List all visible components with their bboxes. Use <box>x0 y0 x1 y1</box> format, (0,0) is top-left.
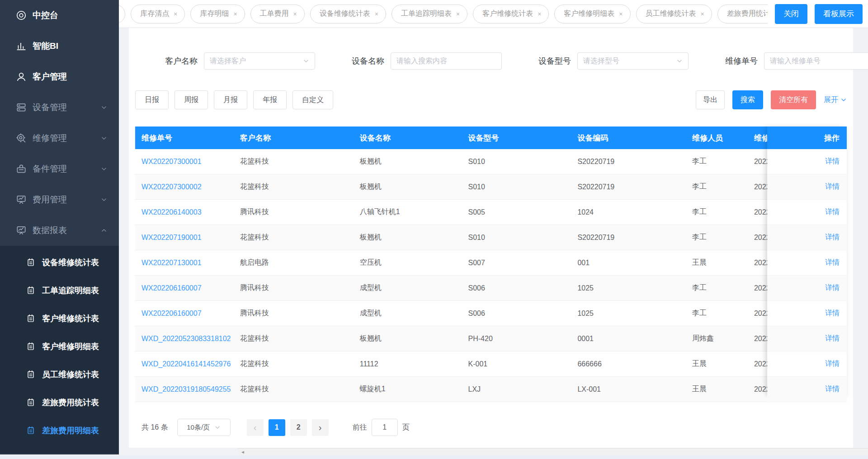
detail-link[interactable]: 详情 <box>825 334 840 343</box>
tab-close-icon[interactable]: × <box>375 10 378 18</box>
cell-order_no[interactable]: WX202207190001 <box>135 234 234 242</box>
clear-all-button[interactable]: 清空所有 <box>771 90 816 109</box>
sidebar-item-5[interactable]: 备件管理 <box>0 154 119 184</box>
cell-order_no[interactable]: WX202206140003 <box>135 208 234 216</box>
sidebar-item-label: 费用管理 <box>33 194 67 206</box>
sidebar-subitem-5[interactable]: 差旅费用统计表 <box>0 389 119 417</box>
cell-customer: 花篮科技 <box>234 334 354 343</box>
tab-label: 差旅费用统计表 <box>727 9 768 19</box>
tab-1[interactable]: 库存清点× <box>131 5 185 23</box>
report-period-button-1[interactable]: 周报 <box>175 90 208 109</box>
order-no-input[interactable] <box>770 57 868 65</box>
scroll-left-arrow-icon[interactable]: ◄ <box>241 450 245 454</box>
search-button[interactable]: 搜索 <box>732 90 763 109</box>
detail-link[interactable]: 详情 <box>825 283 840 293</box>
sidebar-subitem-4[interactable]: 员工维修统计表 <box>0 361 119 389</box>
chevron-up-icon <box>101 227 107 234</box>
detail-link[interactable]: 详情 <box>825 359 840 369</box>
export-button[interactable]: 导出 <box>696 90 725 109</box>
cell-order_no[interactable]: WX202206160007 <box>135 284 234 292</box>
page-size-select[interactable]: 10条/页 <box>177 419 231 436</box>
detail-link[interactable]: 详情 <box>825 157 840 166</box>
report-period-button-4[interactable]: 自定义 <box>292 90 333 109</box>
horizontal-scrollbar[interactable]: ◄ <box>238 448 868 455</box>
cell-device_code: S20220719 <box>571 158 686 166</box>
cell-device_model: S005 <box>462 208 571 216</box>
tab-close-icon[interactable]: × <box>701 10 704 18</box>
cell-device_code: 666666 <box>571 360 686 368</box>
tab-5[interactable]: 工单追踪明细表× <box>392 5 467 23</box>
cell-device_name: 板翘机 <box>354 182 462 192</box>
sidebar-item-2[interactable]: 客户管理 <box>0 61 119 92</box>
chevron-down-icon <box>101 166 107 172</box>
sidebar-subitem-3[interactable]: 客户维修明细表 <box>0 333 119 361</box>
tab-close-icon[interactable]: × <box>293 10 297 18</box>
tab-close-icon[interactable]: × <box>619 10 623 18</box>
detail-link[interactable]: 详情 <box>825 384 840 394</box>
tab-2[interactable]: 库存明细× <box>190 5 245 23</box>
tab-4[interactable]: 设备维修统计表× <box>310 5 386 23</box>
board-display-button[interactable]: 看板展示 <box>815 4 863 24</box>
page-button-2[interactable]: 2 <box>290 419 307 436</box>
next-page-button[interactable]: › <box>312 419 329 436</box>
sidebar-subitem-0[interactable]: 设备维修统计表 <box>0 248 119 276</box>
tab-bar: ×库存清点×库存明细×工单费用×设备维修统计表×工单追踪明细表×客户维修统计表×… <box>119 0 868 28</box>
tab-partial[interactable]: × <box>119 5 125 23</box>
sidebar-item-label: 中控台 <box>33 9 58 21</box>
tab-close-icon[interactable]: × <box>233 10 237 18</box>
sidebar-item-0[interactable]: 中控台 <box>0 0 119 31</box>
table-body: WX202207300001花篮科技板翘机S010S20220719李工2022… <box>135 149 847 402</box>
sidebar-subitem-6[interactable]: 差旅费用明细表 <box>0 417 119 445</box>
customer-select-placeholder: 请选择客户 <box>210 56 303 66</box>
tab-8[interactable]: 员工维修统计表× <box>636 5 712 23</box>
tab-close-icon[interactable]: × <box>538 10 541 18</box>
tab-label: 客户维修明细表 <box>564 9 614 19</box>
cell-order_no[interactable]: WX202206160007 <box>135 309 234 318</box>
cell-order_no[interactable]: WXD_20220319180549255 <box>135 385 234 393</box>
page-button-1[interactable]: 1 <box>269 419 285 436</box>
report-period-button-0[interactable]: 日报 <box>135 90 169 109</box>
cell-order_no[interactable]: WX202207300001 <box>135 158 234 166</box>
tab-3[interactable]: 工单费用× <box>250 5 305 23</box>
report-period-button-3[interactable]: 年报 <box>253 90 287 109</box>
detail-link[interactable]: 详情 <box>825 233 840 242</box>
tab-7[interactable]: 客户维修明细表× <box>554 5 630 23</box>
device-name-input[interactable] <box>396 57 496 65</box>
content-card: 客户名称 请选择客户 设备名称 设备型号 请选择型号 <box>129 28 853 448</box>
cell-device_model: S006 <box>462 309 571 318</box>
sidebar-item-7[interactable]: 数据报表 <box>0 215 119 246</box>
table-row: WX202207300001花篮科技板翘机S010S20220719李工2022… <box>135 149 847 174</box>
cell-order_no[interactable]: WXD_20220416141452976 <box>135 360 234 368</box>
filter-order-no: 维修单号 <box>719 52 868 70</box>
bi-icon <box>15 40 27 52</box>
detail-link[interactable]: 详情 <box>825 207 840 217</box>
goto-page-input[interactable] <box>372 419 398 436</box>
sidebar-menu: 中控台智能BI客户管理设备管理维修管理备件管理费用管理数据报表 <box>0 0 119 246</box>
table-row: WX202206140003腾讯科技八轴飞针机1S0051024李工2022-0… <box>135 200 847 225</box>
report-period-button-2[interactable]: 月报 <box>214 90 247 109</box>
detail-link[interactable]: 详情 <box>825 258 840 267</box>
tab-9[interactable]: 差旅费用统计表× <box>717 5 768 23</box>
cell-order_no[interactable]: WXD_20220523083318102 <box>135 335 234 343</box>
cell-device_name: 成型机 <box>354 309 462 318</box>
sidebar-item-4[interactable]: 维修管理 <box>0 123 119 154</box>
tab-close-icon[interactable]: × <box>174 10 177 18</box>
customer-select[interactable]: 请选择客户 <box>204 52 315 70</box>
cell-device_code: 0001 <box>571 335 686 343</box>
sidebar-item-1[interactable]: 智能BI <box>0 31 119 61</box>
prev-page-button[interactable]: ‹ <box>247 419 264 436</box>
tab-close-icon[interactable]: × <box>456 10 460 18</box>
sidebar-subitem-1[interactable]: 工单追踪明细表 <box>0 276 119 304</box>
tab-6[interactable]: 客户维修统计表× <box>473 5 549 23</box>
detail-link[interactable]: 详情 <box>825 309 840 318</box>
cell-order_no[interactable]: WX202207300002 <box>135 183 234 191</box>
device-model-select[interactable]: 请选择型号 <box>577 52 689 70</box>
close-button[interactable]: 关闭 <box>775 4 807 24</box>
detail-link[interactable]: 详情 <box>825 182 840 192</box>
action-cell: 详情 <box>767 149 847 174</box>
sidebar-subitem-2[interactable]: 客户维修统计表 <box>0 304 119 333</box>
sidebar-item-6[interactable]: 费用管理 <box>0 184 119 215</box>
expand-link[interactable]: 展开 <box>824 95 847 105</box>
cell-order_no[interactable]: WX202207130001 <box>135 259 234 267</box>
sidebar-item-3[interactable]: 设备管理 <box>0 92 119 123</box>
